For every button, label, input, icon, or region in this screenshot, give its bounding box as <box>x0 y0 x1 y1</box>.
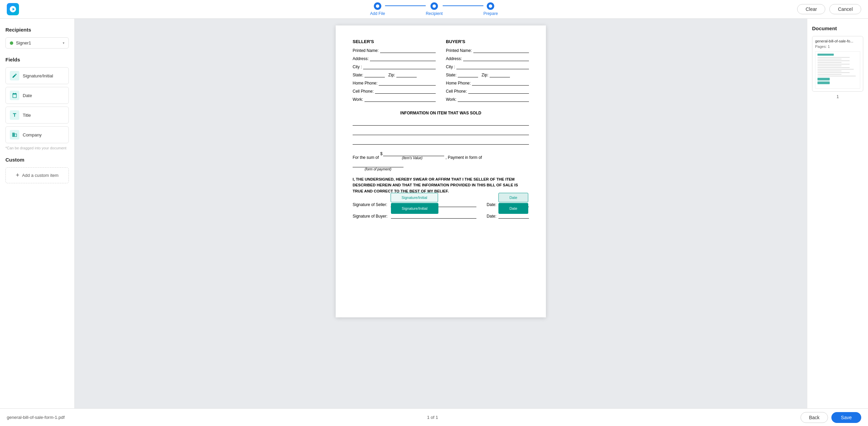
recipient-selector[interactable]: Signer1 ▾ <box>5 37 69 49</box>
buyer-printed-name-line <box>473 48 529 53</box>
buyer-date-area: Date: Date <box>487 212 529 219</box>
step-circle-prepare <box>487 2 494 10</box>
drag-hint: *Can be dragged into your document <box>5 146 69 150</box>
buyer-state-label: State: <box>446 73 456 77</box>
seller-city-label: City : <box>353 64 362 69</box>
seller-work-row: Work: <box>353 96 436 102</box>
seller-state-label: State: <box>353 73 363 77</box>
seller-signature-field-ghost[interactable]: Signature/Initial <box>391 193 438 202</box>
step-label-recipient: Recipient <box>426 11 443 16</box>
buyer-sig-row: Signature of Buyer: Signature/Initial Da… <box>353 212 529 219</box>
buyer-work-line <box>458 96 529 102</box>
amount-line <box>383 150 444 156</box>
buyer-date-label: Date: <box>487 214 496 219</box>
buyer-cell-phone-line <box>468 88 529 94</box>
seller-printed-name-row: Printed Name: <box>353 48 436 53</box>
clear-button[interactable]: Clear <box>797 4 825 14</box>
document-thumbnail-image <box>815 51 860 89</box>
seller-state-line <box>364 72 385 77</box>
buyer-date-label-field: Date <box>509 206 517 210</box>
seller-buyer-section: SELLER'S Printed Name: Address: City : <box>353 39 529 105</box>
buyer-sig-line: Signature/Initial <box>391 212 477 219</box>
bottom-actions: Back Save <box>801 412 861 423</box>
seller-state-zip-row: State: Zip: <box>353 72 436 77</box>
save-button[interactable]: Save <box>831 412 861 423</box>
field-signature-label: Signature/Initial <box>23 73 53 78</box>
field-date-label: Date <box>23 93 32 98</box>
buyer-cell-phone-row: Cell Phone: <box>446 88 529 94</box>
topbar: Add File Recipient Prepare Clear Cancel <box>0 0 868 19</box>
step-recipient: Recipient <box>426 2 443 16</box>
document-mini-preview <box>815 52 860 88</box>
buyer-date-line: Date <box>498 212 529 219</box>
buyer-signature-field-active[interactable]: Signature/Initial <box>391 203 438 214</box>
buyer-signature-label: Signature/Initial <box>402 206 428 210</box>
document-thumbnail-card[interactable]: general-bill-of-sale-fo... Pages: 1 <box>812 36 863 92</box>
seller-zip-label: Zip: <box>388 73 395 77</box>
field-company-label: Company <box>23 132 42 137</box>
step-line-2 <box>443 5 484 6</box>
affirmation-paragraph: I, THE UNDERSIGNED, HEREBY SWEAR OR AFFI… <box>353 177 529 194</box>
buyer-work-label: Work: <box>446 97 456 102</box>
seller-date-field-ghost[interactable]: Date <box>498 193 528 202</box>
add-custom-item-button[interactable]: + Add a custom item <box>5 167 69 183</box>
document-area: SELLER'S Printed Name: Address: City : <box>75 19 807 426</box>
payment-area: (form of payment) <box>353 161 403 171</box>
seller-home-phone-line <box>379 80 436 86</box>
buyer-address-label: Address: <box>446 56 462 61</box>
document-thumb-name: general-bill-of-sale-fo... <box>815 39 860 43</box>
cancel-button[interactable]: Cancel <box>829 4 861 14</box>
field-title[interactable]: Title <box>5 107 69 124</box>
title-icon <box>10 110 19 120</box>
recipient-name: Signer1 <box>16 40 31 45</box>
topbar-actions: Clear Cancel <box>797 4 861 14</box>
document-panel-title: Document <box>812 25 863 31</box>
field-date[interactable]: Date <box>5 87 69 104</box>
amount-area: $ (Item's Value) <box>380 150 444 160</box>
buyer-cell-phone-label: Cell Phone: <box>446 89 467 94</box>
calendar-icon <box>10 91 19 100</box>
seller-city-row: City : <box>353 64 436 69</box>
seller-signature-placeholder: Signature/Initial <box>401 196 427 200</box>
seller-address-row: Address: <box>353 56 436 61</box>
back-button[interactable]: Back <box>801 412 828 423</box>
seller-address-line <box>370 56 436 61</box>
step-circle-add-file <box>374 2 381 10</box>
item-line-3 <box>353 138 529 145</box>
seller-home-phone-label: Home Phone: <box>353 81 377 86</box>
left-panel: Recipients Signer1 ▾ Fields Signature/In… <box>0 19 75 426</box>
step-circle-recipient <box>431 2 438 10</box>
seller-col: SELLER'S Printed Name: Address: City : <box>353 39 436 105</box>
payment-line <box>353 161 403 167</box>
document-thumb-pages: Pages: 1 <box>815 44 860 49</box>
buyer-date-field-active[interactable]: Date <box>498 203 528 214</box>
dollar-sign: $ <box>380 151 382 156</box>
buyer-printed-name-row: Printed Name: <box>446 48 529 53</box>
seller-cell-phone-label: Cell Phone: <box>353 89 374 94</box>
buyer-zip-line <box>490 72 510 77</box>
custom-section: Custom + Add a custom item <box>5 157 69 183</box>
sum-row: For the sum of $ (Item's Value) , Paymen… <box>353 150 529 171</box>
bottom-filename: general-bill-of-sale-form-1.pdf <box>7 415 65 420</box>
bottom-page-count: 1 of 1 <box>427 415 438 420</box>
buyer-city-row: City : <box>446 64 529 69</box>
add-custom-label: Add a custom item <box>22 173 59 178</box>
step-add-file: Add File <box>370 2 385 16</box>
seller-cell-phone-row: Cell Phone: <box>353 88 436 94</box>
step-line-1 <box>385 5 426 6</box>
info-section-title: INFORMATION ON ITEM THAT WAS SOLD <box>353 111 529 115</box>
buyer-sig-label: Signature of Buyer: <box>353 214 388 219</box>
seller-date-placeholder: Date <box>509 196 517 200</box>
for-sum-label: For the sum of <box>353 155 379 160</box>
plus-icon: + <box>16 172 19 179</box>
field-company[interactable]: Company <box>5 126 69 143</box>
field-title-label: Title <box>23 113 31 118</box>
form-of-payment-caption: (form of payment) <box>365 167 392 171</box>
field-signature[interactable]: Signature/Initial <box>5 67 69 84</box>
seller-cell-phone-line <box>375 88 436 94</box>
item-info-lines <box>353 119 529 145</box>
seller-home-phone-row: Home Phone: <box>353 80 436 86</box>
buyer-address-line <box>463 56 529 61</box>
step-label-add-file: Add File <box>370 11 385 16</box>
seller-zip-line <box>396 72 417 77</box>
